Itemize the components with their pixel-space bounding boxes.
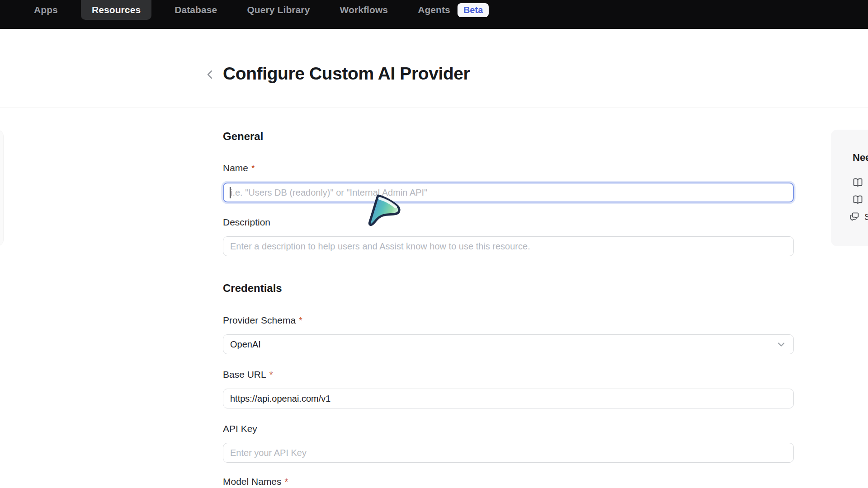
nav-tab-agents[interactable]: Agents bbox=[411, 0, 450, 20]
back-button[interactable] bbox=[203, 68, 217, 81]
help-link-support[interactable]: S bbox=[849, 211, 868, 222]
help-link-label: S bbox=[864, 211, 868, 222]
help-panel-heading: Nee bbox=[853, 152, 868, 164]
page-title: Configure Custom AI Provider bbox=[223, 64, 470, 84]
section-heading-general: General bbox=[223, 130, 263, 143]
required-asterisk: * bbox=[269, 369, 273, 380]
base-url-input[interactable] bbox=[223, 389, 794, 408]
help-link-docs[interactable] bbox=[852, 177, 864, 189]
top-navigation-bar: Apps Resources Database Query Library Wo… bbox=[0, 0, 868, 29]
nav-tab-workflows[interactable]: Workflows bbox=[333, 0, 395, 20]
provider-schema-selected-value: OpenAI bbox=[230, 339, 261, 350]
provider-schema-select[interactable]: OpenAI bbox=[223, 334, 794, 354]
open-book-icon bbox=[852, 194, 864, 206]
open-book-icon bbox=[852, 177, 864, 189]
section-heading-credentials: Credentials bbox=[223, 282, 282, 295]
provider-schema-field-label: Provider Schema* bbox=[223, 315, 302, 326]
left-panel-edge bbox=[0, 130, 4, 246]
required-asterisk: * bbox=[251, 163, 255, 174]
nav-tab-resources[interactable]: Resources bbox=[81, 0, 151, 20]
nav-tab-agents-group: Agents Beta bbox=[411, 0, 489, 20]
chat-bubbles-icon bbox=[849, 211, 860, 222]
nav-tab-apps[interactable]: Apps bbox=[27, 0, 65, 20]
beta-badge: Beta bbox=[458, 3, 489, 17]
required-asterisk: * bbox=[285, 476, 288, 487]
model-names-field-label: Model Names* bbox=[223, 476, 288, 487]
text-caret bbox=[230, 187, 231, 198]
description-input[interactable] bbox=[223, 236, 794, 256]
name-input[interactable] bbox=[223, 183, 794, 202]
nav-tab-database[interactable]: Database bbox=[168, 0, 224, 20]
nav-tab-query-library[interactable]: Query Library bbox=[240, 0, 316, 20]
description-field-label: Description bbox=[223, 217, 270, 228]
api-key-field-label: API Key bbox=[223, 423, 257, 434]
required-asterisk: * bbox=[299, 315, 302, 326]
chevron-down-icon bbox=[776, 339, 787, 350]
base-url-field-label: Base URL* bbox=[223, 369, 273, 380]
help-panel: Nee S bbox=[831, 130, 868, 246]
name-field-label: Name* bbox=[223, 163, 255, 174]
chevron-left-icon bbox=[204, 69, 216, 80]
api-key-input[interactable] bbox=[223, 443, 794, 463]
help-link-guides[interactable] bbox=[852, 194, 864, 206]
header-divider bbox=[0, 108, 868, 108]
